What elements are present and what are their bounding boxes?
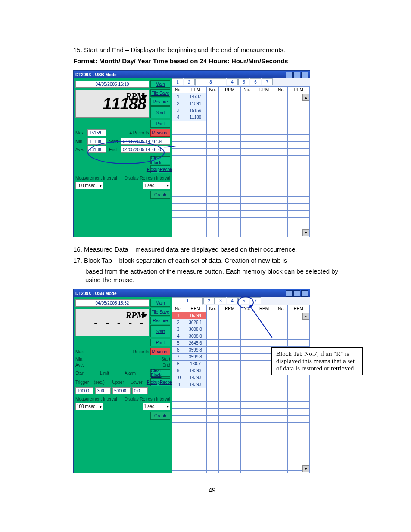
block-tab-7[interactable]: 7 (262, 78, 273, 85)
restore-button[interactable]: Restore (150, 317, 170, 324)
block-tab-3[interactable]: 3 (215, 297, 226, 304)
upper-value[interactable]: 50000 (112, 387, 131, 394)
window-controls[interactable] (286, 290, 308, 297)
min-label: Min. (75, 357, 87, 361)
col-header: RPM (253, 305, 275, 312)
cell (287, 176, 309, 183)
cell (172, 443, 184, 450)
cell (287, 333, 309, 340)
cell (241, 114, 253, 121)
main-button[interactable]: Main (150, 299, 170, 307)
cell (287, 402, 309, 409)
scroll-up-icon[interactable]: ▴ (302, 94, 309, 101)
window-controls[interactable] (286, 72, 308, 78)
cell (184, 204, 206, 211)
cell (172, 409, 184, 416)
block-tab-6[interactable]: 6 (250, 78, 261, 85)
cell (253, 93, 275, 100)
block-tab-5[interactable]: 5 (238, 78, 249, 85)
cell (241, 100, 253, 107)
graph-button[interactable]: Graph (150, 191, 170, 199)
cell (219, 388, 241, 395)
cell (241, 367, 253, 374)
page-number: 49 (73, 486, 351, 494)
meas-interval-select[interactable]: 100 msec.▾ (75, 182, 103, 189)
main-button[interactable]: Main (150, 80, 170, 88)
pickup-record-button[interactable]: PickupRecord (150, 378, 170, 386)
cell (287, 423, 309, 429)
cell (184, 231, 206, 237)
cell (287, 183, 309, 190)
cell (184, 176, 206, 183)
print-button[interactable]: Print (150, 120, 170, 128)
block-tab-4[interactable]: 4 (227, 78, 238, 85)
cell (219, 190, 241, 197)
cell (219, 443, 241, 450)
cell (241, 457, 253, 464)
cell (253, 340, 275, 347)
cell (287, 162, 309, 169)
cell (287, 388, 309, 395)
graph-button[interactable]: Graph (150, 412, 170, 420)
measure-button[interactable]: Measure (150, 348, 170, 355)
lower-value[interactable]: 0.0 (132, 387, 148, 394)
pickup-record-button[interactable]: PickupRecord (150, 165, 170, 173)
cell (275, 333, 287, 340)
cell: 10 (172, 374, 184, 381)
cell (287, 218, 309, 224)
start-button[interactable]: Start (150, 325, 170, 337)
cell (172, 162, 184, 169)
cell (206, 93, 218, 100)
max-value: 15159 (87, 129, 106, 136)
cell (219, 429, 241, 436)
refresh-interval-select[interactable]: 1 sec.▾ (143, 403, 170, 410)
cell (206, 395, 218, 402)
block-tab-1[interactable]: 1 (172, 78, 183, 85)
cell (172, 121, 184, 128)
titlebar[interactable]: DT209X - USB Mode (74, 71, 310, 78)
block-tab-2[interactable]: 2 (203, 297, 215, 304)
scroll-up-icon[interactable]: ▴ (302, 313, 309, 320)
block-tab-2[interactable]: 2 (184, 78, 195, 85)
cell (241, 443, 253, 450)
scroll-down-icon[interactable]: ▾ (302, 229, 309, 236)
cell (253, 471, 275, 473)
cell (184, 121, 206, 128)
block-tab-3[interactable]: 3 (195, 78, 226, 86)
col-header: No. (275, 87, 287, 93)
scroll-down-icon[interactable]: ▾ (302, 465, 309, 472)
cell (219, 354, 241, 361)
start-button[interactable]: Start (150, 106, 170, 118)
measure-button[interactable]: Measure (150, 129, 170, 137)
meas-interval-select[interactable]: 100 msec.▾ (75, 403, 103, 410)
refresh-interval-select[interactable]: 1 sec.▾ (143, 182, 170, 189)
cell (206, 381, 218, 388)
cell (184, 197, 206, 204)
block-tab-1[interactable]: 1 (172, 297, 203, 305)
cell (184, 436, 206, 443)
cell (275, 128, 287, 135)
cell: 4 (172, 333, 184, 340)
cell (172, 395, 184, 402)
filesave-button[interactable]: File Save (150, 89, 170, 97)
cell (287, 142, 309, 149)
ave-label: Ave. (75, 147, 87, 152)
titlebar[interactable]: DT209X - USB Mode (74, 289, 310, 297)
cell (172, 190, 184, 197)
cell (275, 457, 287, 464)
col-header: No. (172, 87, 184, 93)
cell (206, 114, 218, 121)
cell (275, 190, 287, 197)
cell (219, 347, 241, 354)
clear-block-button[interactable]: Clear Block (150, 369, 170, 377)
print-button[interactable]: Print (150, 339, 170, 346)
restore-button[interactable]: Restore (150, 98, 170, 106)
filesave-button[interactable]: File Save (150, 308, 170, 316)
sec-value[interactable]: 300 (95, 387, 111, 394)
block-tab-4[interactable]: 4 (227, 297, 238, 304)
cell (241, 231, 253, 237)
cell (241, 183, 253, 190)
cell (219, 183, 241, 190)
cell (241, 190, 253, 197)
trigger-value[interactable]: 10000 (75, 387, 93, 394)
